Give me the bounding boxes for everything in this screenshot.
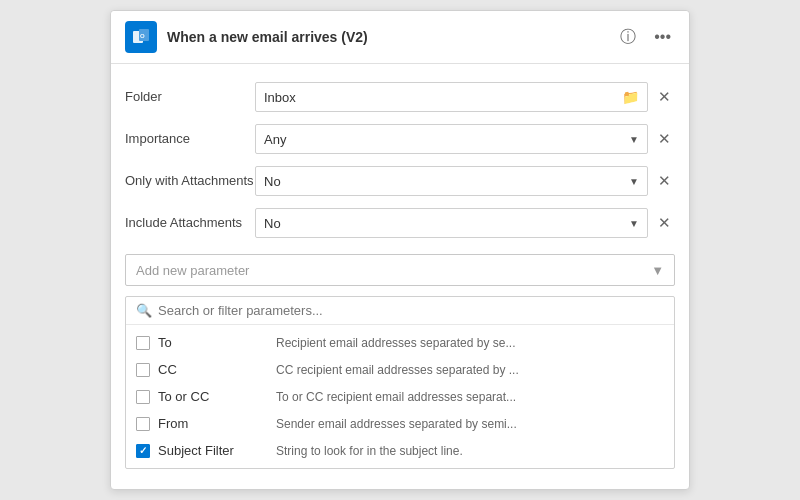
- param-checkbox[interactable]: [136, 336, 150, 350]
- folder-clear-button[interactable]: ✕: [654, 86, 675, 108]
- importance-label: Importance: [125, 131, 255, 148]
- param-item[interactable]: To or CCTo or CC recipient email address…: [126, 383, 674, 410]
- folder-label: Folder: [125, 89, 255, 106]
- include-attachments-select[interactable]: No ▼: [255, 208, 648, 238]
- folder-icon: 📁: [622, 89, 639, 105]
- importance-row: Importance Any ▼ ✕: [111, 118, 689, 160]
- include-attachments-chevron-icon: ▼: [629, 218, 639, 229]
- folder-row: Folder Inbox 📁 ✕: [111, 76, 689, 118]
- svg-text:O: O: [140, 33, 145, 39]
- param-checkbox[interactable]: [136, 444, 150, 458]
- param-item[interactable]: ToRecipient email addresses separated by…: [126, 329, 674, 356]
- card-header: O When a new email arrives (V2) ⓘ •••: [111, 11, 689, 64]
- param-desc: CC recipient email addresses separated b…: [276, 363, 664, 377]
- include-attachments-value: No: [264, 216, 281, 231]
- info-button[interactable]: ⓘ: [616, 25, 640, 50]
- param-list: ToRecipient email addresses separated by…: [126, 325, 674, 468]
- importance-select[interactable]: Any ▼: [255, 124, 648, 154]
- param-item[interactable]: Subject FilterString to look for in the …: [126, 437, 674, 464]
- include-attachments-row: Include Attachments No ▼ ✕: [111, 202, 689, 244]
- importance-value: Any: [264, 132, 286, 147]
- outlook-icon: O: [125, 21, 157, 53]
- trigger-card: O When a new email arrives (V2) ⓘ ••• Fo…: [110, 10, 690, 490]
- add-param-row: Add new parameter ▼: [111, 248, 689, 292]
- param-checkbox[interactable]: [136, 417, 150, 431]
- param-item[interactable]: FromSender email addresses separated by …: [126, 410, 674, 437]
- search-input[interactable]: [158, 303, 664, 318]
- param-name: CC: [158, 362, 268, 377]
- only-attachments-chevron-icon: ▼: [629, 176, 639, 187]
- param-dropdown-panel: 🔍 ToRecipient email addresses separated …: [125, 296, 675, 469]
- param-desc: Sender email addresses separated by semi…: [276, 417, 664, 431]
- param-checkbox[interactable]: [136, 363, 150, 377]
- param-desc: String to look for in the subject line.: [276, 444, 664, 458]
- add-param-placeholder: Add new parameter: [136, 263, 249, 278]
- card-title: When a new email arrives (V2): [167, 29, 616, 45]
- include-attachments-control-wrap: No ▼ ✕: [255, 208, 675, 238]
- only-attachments-select[interactable]: No ▼: [255, 166, 648, 196]
- folder-input[interactable]: Inbox 📁: [255, 82, 648, 112]
- importance-clear-button[interactable]: ✕: [654, 128, 675, 150]
- search-icon: 🔍: [136, 303, 152, 318]
- more-button[interactable]: •••: [650, 26, 675, 48]
- only-attachments-row: Only with Attachments No ▼ ✕: [111, 160, 689, 202]
- add-param-select[interactable]: Add new parameter ▼: [125, 254, 675, 286]
- param-checkbox[interactable]: [136, 390, 150, 404]
- folder-value: Inbox: [264, 90, 296, 105]
- only-attachments-value: No: [264, 174, 281, 189]
- only-attachments-clear-button[interactable]: ✕: [654, 170, 675, 192]
- param-name: To or CC: [158, 389, 268, 404]
- param-desc: To or CC recipient email addresses separ…: [276, 390, 664, 404]
- importance-control-wrap: Any ▼ ✕: [255, 124, 675, 154]
- include-attachments-clear-button[interactable]: ✕: [654, 212, 675, 234]
- folder-control-wrap: Inbox 📁 ✕: [255, 82, 675, 112]
- only-attachments-control-wrap: No ▼ ✕: [255, 166, 675, 196]
- card-body: Folder Inbox 📁 ✕ Importance Any ▼ ✕: [111, 64, 689, 489]
- search-box: 🔍: [126, 297, 674, 325]
- importance-chevron-icon: ▼: [629, 134, 639, 145]
- param-name: From: [158, 416, 268, 431]
- only-attachments-label: Only with Attachments: [125, 173, 255, 190]
- add-param-chevron-icon: ▼: [651, 263, 664, 278]
- param-desc: Recipient email addresses separated by s…: [276, 336, 664, 350]
- include-attachments-label: Include Attachments: [125, 215, 255, 232]
- param-name: To: [158, 335, 268, 350]
- param-name: Subject Filter: [158, 443, 268, 458]
- param-item[interactable]: CCCC recipient email addresses separated…: [126, 356, 674, 383]
- header-actions: ⓘ •••: [616, 25, 675, 50]
